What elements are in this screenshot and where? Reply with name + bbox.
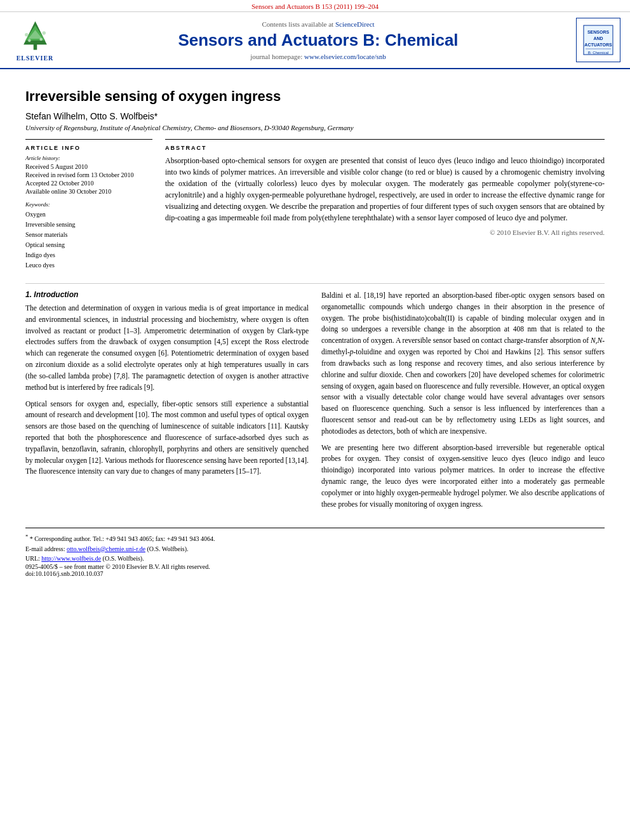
- body-left-column: 1. Introduction The detection and determ…: [25, 290, 309, 515]
- svg-text:ACTUATORS: ACTUATORS: [584, 43, 612, 47]
- email-label: E-mail address:: [25, 545, 65, 552]
- article-history-label: Article history:: [25, 155, 152, 161]
- article-content: Irreversible sensing of oxygen ingress S…: [0, 69, 630, 590]
- journal-title: Sensors and Actuators B: Chemical: [64, 30, 573, 50]
- issn-text: 0925-4005/$ – see front matter © 2010 El…: [25, 563, 210, 570]
- article-info-abstract-row: ARTICLE INFO Article history: Received 5…: [25, 139, 605, 270]
- journal-header: ELSEVIER Contents lists available at Sci…: [0, 12, 630, 69]
- url-person: (O.S. Wolfbeis).: [103, 555, 144, 562]
- abstract-text: Absorption-based opto-chemical sensors f…: [165, 155, 605, 223]
- journal-logo-box: SENSORS AND ACTUATORS B: Chemical: [576, 18, 620, 62]
- keyword-1: Oxygen: [25, 210, 152, 220]
- article-footer: * * Corresponding author. Tel.: +49 941 …: [25, 528, 605, 577]
- body-para-2: Optical sensors for oxygen and, especial…: [25, 399, 309, 478]
- svg-point-4: [25, 33, 29, 37]
- keyword-5: Indigo dyes: [25, 250, 152, 260]
- corresponding-note: * * Corresponding author. Tel.: +49 941 …: [25, 533, 605, 543]
- journal-citation: Sensors and Actuators B 153 (2011) 199–2…: [251, 3, 379, 10]
- url-line: URL: http://www.wolfbeis.de (O.S. Wolfbe…: [25, 554, 605, 563]
- sciencedirect-line: Contents lists available at ScienceDirec…: [64, 20, 573, 28]
- abstract-column: ABSTRACT Absorption-based opto-chemical …: [165, 139, 605, 270]
- sciencedirect-link[interactable]: ScienceDirect: [335, 20, 375, 28]
- contents-label: Contents lists available at: [262, 20, 333, 28]
- journal-homepage: journal homepage: www.elsevier.com/locat…: [64, 53, 573, 60]
- doi-text: doi:10.1016/j.snb.2010.10.037: [25, 570, 104, 577]
- body-columns: 1. Introduction The detection and determ…: [25, 283, 605, 515]
- article-info-column: ARTICLE INFO Article history: Received 5…: [25, 139, 152, 270]
- corresponding-note-text: * Corresponding author. Tel.: +49 941 94…: [30, 536, 215, 543]
- keyword-2: Irreversible sensing: [25, 220, 152, 230]
- body-right-column: Baldini et al. [18,19] have reported an …: [321, 290, 605, 515]
- body-para-4: We are presenting here two different abs…: [321, 443, 605, 510]
- keywords-section: Keywords: Oxygen Irreversible sensing Se…: [25, 201, 152, 270]
- svg-point-7: [39, 38, 43, 41]
- issn-line: 0925-4005/$ – see front matter © 2010 El…: [25, 563, 605, 570]
- url-label: URL:: [25, 555, 40, 562]
- elsevier-tree-icon: [18, 18, 53, 53]
- elsevier-name-label: ELSEVIER: [17, 55, 54, 62]
- abstract-header: ABSTRACT: [165, 145, 605, 151]
- journal-logo-right: SENSORS AND ACTUATORS B: Chemical: [573, 18, 624, 62]
- svg-text:B: Chemical: B: Chemical: [588, 51, 608, 55]
- sensors-actuators-logo-icon: SENSORS AND ACTUATORS B: Chemical: [582, 24, 614, 56]
- keywords-label: Keywords:: [25, 201, 152, 208]
- email-person: (O.S. Wolfbeis).: [147, 545, 188, 552]
- article-received: Received 5 August 2010: [25, 163, 152, 170]
- body-para-1: The detection and determination of oxyge…: [25, 303, 309, 394]
- article-accepted: Accepted 22 October 2010: [25, 180, 152, 187]
- homepage-url[interactable]: www.elsevier.com/locate/snb: [304, 53, 386, 60]
- copyright-line: © 2010 Elsevier B.V. All rights reserved…: [165, 229, 605, 236]
- svg-text:SENSORS: SENSORS: [587, 30, 610, 34]
- doi-line: doi:10.1016/j.snb.2010.10.037: [25, 570, 605, 577]
- body-para-3: Baldini et al. [18,19] have reported an …: [321, 290, 605, 437]
- svg-point-6: [28, 39, 31, 43]
- top-banner: Sensors and Actuators B 153 (2011) 199–2…: [0, 0, 630, 12]
- authors-text: Stefan Wilhelm, Otto S. Wolfbeis*: [25, 111, 158, 121]
- article-authors: Stefan Wilhelm, Otto S. Wolfbeis*: [25, 111, 605, 121]
- keyword-4: Optical sensing: [25, 240, 152, 250]
- svg-point-5: [42, 31, 46, 35]
- homepage-label: journal homepage:: [250, 53, 302, 60]
- url-link[interactable]: http://www.wolfbeis.de: [41, 555, 101, 562]
- elsevier-logo: ELSEVIER: [6, 18, 64, 62]
- email-line: E-mail address: otto.wolfbeis@chemie.uni…: [25, 544, 605, 554]
- article-title: Irreversible sensing of oxygen ingress: [25, 82, 605, 105]
- email-link[interactable]: otto.wolfbeis@chemie.uni-r.de: [67, 545, 145, 552]
- svg-text:AND: AND: [593, 36, 603, 41]
- article-revised: Received in revised form 13 October 2010: [25, 171, 152, 178]
- section1-title: 1. Introduction: [25, 290, 309, 299]
- page-wrapper: Sensors and Actuators B 153 (2011) 199–2…: [0, 0, 630, 590]
- article-info-header: ARTICLE INFO: [25, 145, 152, 151]
- keyword-3: Sensor materials: [25, 230, 152, 240]
- journal-center: Contents lists available at ScienceDirec…: [64, 20, 573, 60]
- author-affiliation: University of Regensburg, Institute of A…: [25, 124, 605, 131]
- keyword-6: Leuco dyes: [25, 260, 152, 270]
- article-available: Available online 30 October 2010: [25, 188, 152, 195]
